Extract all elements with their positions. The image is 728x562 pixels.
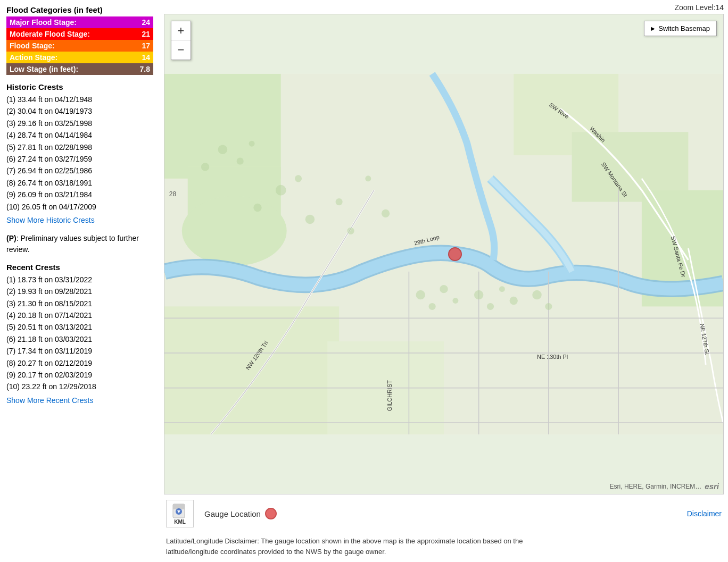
historic-crest-item: (8) 26.74 ft on 03/18/1991 bbox=[6, 177, 153, 189]
gauge-marker bbox=[448, 247, 462, 261]
historic-crest-item: (6) 27.24 ft on 03/27/1959 bbox=[6, 153, 153, 165]
historic-crest-item: (10) 26.05 ft on 04/17/2009 bbox=[6, 201, 153, 213]
flood-category-value: 7.8 bbox=[129, 63, 153, 75]
recent-crest-item: (9) 20.17 ft on 02/03/2019 bbox=[6, 369, 153, 381]
svg-rect-7 bbox=[164, 306, 339, 434]
svg-point-40 bbox=[429, 303, 436, 310]
historic-crest-item: (4) 28.74 ft on 04/14/1984 bbox=[6, 129, 153, 141]
zoom-controls: + − bbox=[171, 21, 191, 60]
esri-logo: esri bbox=[705, 482, 719, 491]
historic-crest-list: (1) 33.44 ft on 04/12/1948(2) 30.04 ft o… bbox=[6, 94, 153, 213]
flood-category-row: Action Stage:14 bbox=[6, 52, 153, 63]
gauge-location-legend: Gauge Location bbox=[204, 508, 277, 519]
flood-category-value: 21 bbox=[129, 28, 153, 40]
gauge-location-text: Gauge Location bbox=[204, 509, 261, 518]
flood-category-label: Action Stage: bbox=[6, 52, 129, 63]
historic-crest-item: (5) 27.81 ft on 02/28/1998 bbox=[6, 141, 153, 153]
historic-crest-item: (9) 26.09 ft on 03/21/1984 bbox=[6, 189, 153, 200]
esri-attribution: Esri, HERE, Garmin, INCREM… esri bbox=[610, 482, 719, 491]
recent-crest-item: (8) 20.27 ft on 02/12/2019 bbox=[6, 357, 153, 369]
svg-point-28 bbox=[237, 157, 244, 164]
svg-point-38 bbox=[347, 228, 354, 234]
recent-crest-item: (5) 20.51 ft on 03/13/2021 bbox=[6, 321, 153, 333]
svg-text:28: 28 bbox=[169, 190, 177, 198]
flood-category-label: Moderate Flood Stage: bbox=[6, 28, 129, 40]
flood-category-row: Flood Stage:17 bbox=[6, 40, 153, 52]
zoom-out-button[interactable]: − bbox=[171, 40, 191, 60]
kml-download-icon[interactable]: KML bbox=[166, 500, 194, 527]
recent-crest-item: (10) 23.22 ft on 12/29/2018 bbox=[6, 381, 153, 392]
svg-point-45 bbox=[510, 297, 518, 305]
historic-crest-item: (1) 33.44 ft on 04/12/1948 bbox=[6, 94, 153, 105]
recent-crest-item: (1) 18.73 ft on 03/31/2022 bbox=[6, 274, 153, 286]
historic-crest-item: (2) 30.04 ft on 04/19/1973 bbox=[6, 105, 153, 117]
svg-point-3 bbox=[182, 196, 287, 266]
svg-point-34 bbox=[305, 215, 315, 224]
flood-category-label: Flood Stage: bbox=[6, 40, 129, 52]
svg-point-27 bbox=[218, 145, 228, 154]
lat-lon-disclaimer: Latitude/Longitude Disclaimer: The gauge… bbox=[164, 533, 579, 559]
svg-point-32 bbox=[295, 175, 302, 182]
recent-crest-item: (7) 17.34 ft on 03/11/2019 bbox=[6, 345, 153, 357]
flood-category-row: Low Stage (in feet):7.8 bbox=[6, 63, 153, 75]
flood-category-row: Moderate Flood Stage:21 bbox=[6, 28, 153, 40]
flood-category-label: Low Stage (in feet): bbox=[6, 63, 129, 75]
flood-categories-title: Flood Categories (in feet) bbox=[6, 5, 153, 14]
flood-category-row: Major Flood Stage:24 bbox=[6, 16, 153, 28]
svg-point-41 bbox=[440, 285, 448, 293]
recent-crest-item: (2) 19.93 ft on 09/28/2021 bbox=[6, 286, 153, 297]
preliminary-text: : Preliminary values subject to further … bbox=[6, 234, 139, 254]
recent-crest-item: (4) 20.18 ft on 07/14/2021 bbox=[6, 309, 153, 321]
svg-point-47 bbox=[532, 290, 542, 300]
svg-point-29 bbox=[201, 163, 209, 171]
svg-point-31 bbox=[276, 185, 286, 196]
svg-point-48 bbox=[545, 303, 552, 310]
recent-crest-item: (6) 21.18 ft on 03/03/2021 bbox=[6, 333, 153, 345]
svg-point-33 bbox=[253, 204, 261, 212]
show-more-historic-crests-link[interactable]: Show More Historic Crests bbox=[6, 216, 95, 224]
zoom-in-button[interactable]: + bbox=[171, 21, 191, 40]
bottom-bar: KML Gauge Location Disclaimer bbox=[164, 494, 724, 533]
switch-basemap-label: Switch Basemap bbox=[658, 24, 710, 32]
svg-point-30 bbox=[249, 141, 255, 147]
recent-crest-list: (1) 18.73 ft on 03/31/2022(2) 19.93 ft o… bbox=[6, 274, 153, 393]
svg-point-44 bbox=[487, 303, 494, 310]
svg-text:GILCHRIST: GILCHRIST bbox=[386, 380, 393, 412]
gauge-circle-icon bbox=[265, 508, 277, 519]
svg-point-43 bbox=[474, 290, 484, 300]
recent-crests-title: Recent Crests bbox=[6, 263, 153, 272]
svg-point-36 bbox=[365, 175, 371, 181]
flood-category-value: 24 bbox=[129, 16, 153, 28]
recent-crest-item: (3) 21.30 ft on 08/15/2021 bbox=[6, 298, 153, 309]
preliminary-bold: (P) bbox=[6, 234, 16, 242]
svg-point-46 bbox=[499, 286, 505, 292]
show-more-recent-crests-link[interactable]: Show More Recent Crests bbox=[6, 396, 93, 405]
flood-categories-table: Major Flood Stage:24Moderate Flood Stage… bbox=[6, 16, 153, 75]
right-panel: Zoom Level:14 bbox=[160, 0, 728, 562]
svg-point-39 bbox=[416, 290, 426, 300]
flood-category-label: Major Flood Stage: bbox=[6, 16, 129, 28]
switch-basemap-button[interactable]: ▶ Switch Basemap bbox=[644, 21, 717, 36]
map-container[interactable]: NW 120th Tri 29th Loop NE 130th Pl SW Mo… bbox=[164, 14, 724, 494]
zoom-label: Zoom Level:14 bbox=[164, 3, 724, 12]
preliminary-note: (P): Preliminary values subject to furth… bbox=[6, 233, 153, 255]
basemap-arrow-icon: ▶ bbox=[651, 26, 655, 31]
map-svg: NW 120th Tri 29th Loop NE 130th Pl SW Mo… bbox=[164, 14, 723, 494]
flood-category-value: 14 bbox=[129, 52, 153, 63]
historic-crests-title: Historic Crests bbox=[6, 82, 153, 91]
svg-point-42 bbox=[452, 298, 458, 304]
kml-label: KML bbox=[174, 519, 186, 525]
kml-icon-svg bbox=[172, 503, 188, 519]
svg-rect-1 bbox=[164, 74, 281, 179]
historic-crest-item: (7) 26.94 ft on 02/25/1986 bbox=[6, 165, 153, 177]
disclaimer-link[interactable]: Disclaimer bbox=[687, 509, 722, 518]
svg-point-37 bbox=[382, 209, 390, 217]
flood-category-value: 17 bbox=[129, 40, 153, 52]
svg-point-35 bbox=[336, 198, 343, 205]
esri-text: Esri, HERE, Garmin, INCREM… bbox=[610, 483, 702, 490]
left-panel: Flood Categories (in feet) Major Flood S… bbox=[0, 0, 160, 562]
historic-crest-item: (3) 29.16 ft on 03/25/1998 bbox=[6, 118, 153, 129]
svg-text:NE 130th Pl: NE 130th Pl bbox=[537, 354, 568, 360]
